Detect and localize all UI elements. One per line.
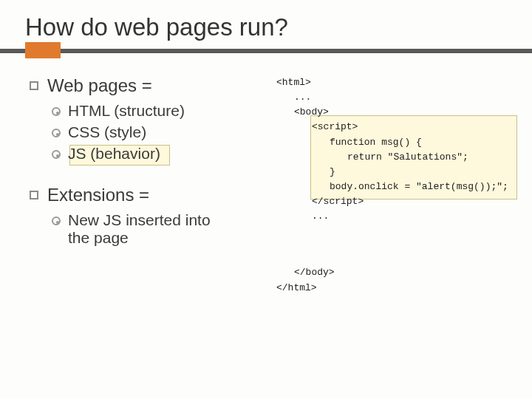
target-bullet-icon bbox=[52, 129, 61, 137]
bullet-label: Extensions = bbox=[47, 185, 149, 205]
code-line: body.onclick = "alert(msg());"; bbox=[276, 180, 517, 194]
code-line: </script> bbox=[276, 194, 517, 209]
code-line: <html> bbox=[276, 75, 517, 90]
code-line: </body> bbox=[276, 265, 517, 280]
code-line: function msg() { bbox=[276, 135, 517, 150]
sub-bullet-label: New JS inserted into the page bbox=[68, 211, 231, 247]
sub-bullet-label: CSS (style) bbox=[68, 123, 146, 141]
square-bullet-icon bbox=[30, 81, 38, 90]
target-bullet-icon bbox=[52, 216, 61, 225]
code-line: <script> bbox=[276, 120, 517, 134]
bullet-label: Web pages = bbox=[47, 75, 152, 96]
target-bullet-icon bbox=[52, 150, 61, 159]
target-bullet-icon bbox=[52, 107, 61, 116]
code-line: </html> bbox=[276, 281, 517, 296]
sub-bullet-newjs: New JS inserted into the page bbox=[52, 211, 276, 247]
sub-bullet-label: JS (behavior) bbox=[68, 145, 160, 163]
sub-bullet-html: HTML (structure) bbox=[52, 102, 276, 120]
square-bullet-icon bbox=[30, 191, 38, 200]
code-line: return "Salutations"; bbox=[276, 150, 517, 165]
orange-accent-tab bbox=[25, 42, 61, 58]
bullet-webpages: Web pages = bbox=[30, 75, 276, 96]
bullet-column: Web pages = HTML (structure) CSS (style)… bbox=[40, 75, 276, 296]
code-line: } bbox=[276, 165, 517, 180]
code-line: <body> bbox=[276, 105, 517, 120]
sub-bullet-css: CSS (style) bbox=[52, 123, 276, 141]
bullet-extensions: Extensions = bbox=[30, 185, 276, 205]
sub-bullet-label: HTML (structure) bbox=[68, 102, 185, 120]
code-line: ... bbox=[276, 90, 517, 105]
slide-title: How do web pages run? bbox=[0, 0, 532, 49]
title-underline bbox=[0, 49, 532, 53]
code-column: <html> ... <body> <script> function msg(… bbox=[276, 75, 517, 296]
code-line: ... bbox=[276, 209, 517, 224]
sub-bullet-js: JS (behavior) bbox=[52, 145, 276, 163]
